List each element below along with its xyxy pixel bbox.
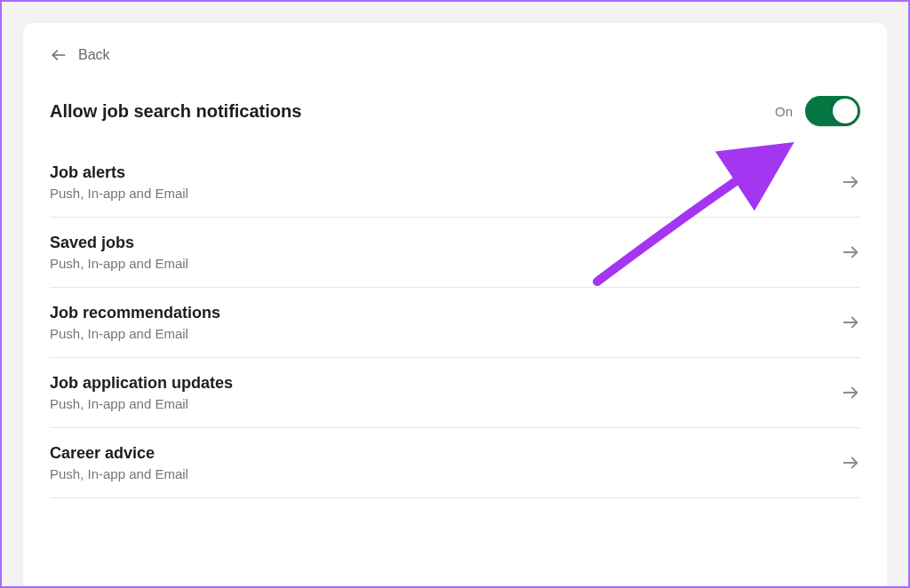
arrow-left-icon	[50, 46, 68, 64]
item-text: Job application updates Push, In-app and…	[50, 374, 233, 411]
chevron-right-icon	[841, 313, 860, 332]
chevron-right-icon	[841, 242, 860, 262]
item-subtitle: Push, In-app and Email	[50, 466, 188, 481]
toggle-knob	[833, 99, 858, 123]
list-item-job-application-updates[interactable]: Job application updates Push, In-app and…	[50, 358, 860, 428]
back-button[interactable]: Back	[23, 46, 137, 96]
back-label: Back	[78, 47, 110, 63]
chevron-right-icon	[841, 172, 860, 192]
chevron-right-icon	[841, 453, 860, 473]
item-title: Job recommendations	[50, 304, 220, 322]
item-title: Job alerts	[50, 163, 188, 182]
allow-notifications-toggle[interactable]	[805, 96, 860, 126]
item-title: Saved jobs	[50, 234, 188, 252]
item-subtitle: Push, In-app and Email	[50, 186, 188, 201]
list-item-job-alerts[interactable]: Job alerts Push, In-app and Email	[50, 158, 860, 218]
settings-list: Job alerts Push, In-app and Email Saved …	[23, 158, 887, 498]
item-text: Career advice Push, In-app and Email	[50, 444, 188, 481]
item-subtitle: Push, In-app and Email	[50, 256, 188, 271]
item-text: Job recommendations Push, In-app and Ema…	[50, 304, 220, 341]
list-item-career-advice[interactable]: Career advice Push, In-app and Email	[50, 428, 860, 498]
toggle-group: On	[775, 96, 860, 126]
toggle-status-label: On	[775, 104, 793, 119]
allow-notifications-row: Allow job search notifications On	[23, 96, 887, 158]
allow-notifications-title: Allow job search notifications	[50, 101, 301, 122]
chevron-right-icon	[841, 383, 860, 402]
item-text: Saved jobs Push, In-app and Email	[50, 234, 188, 271]
item-title: Job application updates	[50, 374, 233, 393]
item-text: Job alerts Push, In-app and Email	[50, 163, 188, 201]
settings-card: Back Allow job search notifications On J…	[23, 23, 887, 588]
list-item-saved-jobs[interactable]: Saved jobs Push, In-app and Email	[50, 218, 860, 288]
item-title: Career advice	[50, 444, 188, 463]
item-subtitle: Push, In-app and Email	[50, 396, 233, 411]
item-subtitle: Push, In-app and Email	[50, 326, 220, 341]
list-item-job-recommendations[interactable]: Job recommendations Push, In-app and Ema…	[50, 288, 860, 358]
